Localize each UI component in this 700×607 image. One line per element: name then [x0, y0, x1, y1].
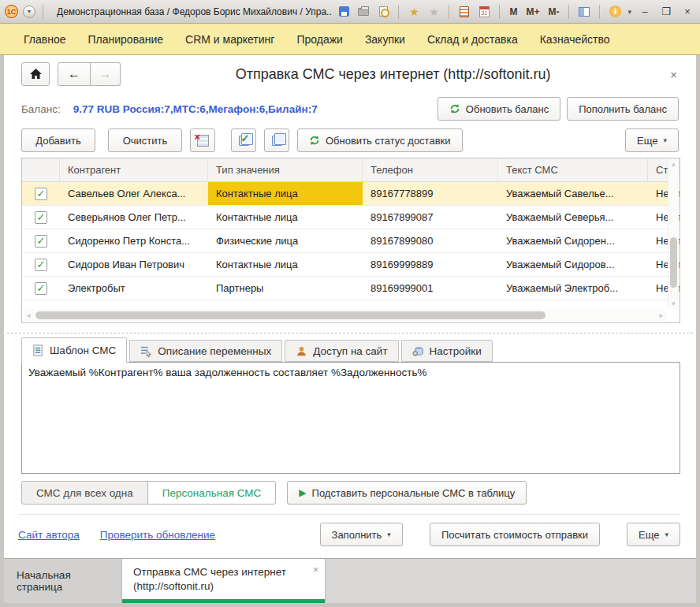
close-window-button[interactable]: ×: [680, 6, 695, 17]
info-caret-icon[interactable]: ▾: [627, 8, 631, 16]
cell-sms-text[interactable]: Уважаемый Сидорен...: [498, 229, 648, 252]
menu-item-main[interactable]: Главное: [14, 28, 76, 50]
cell-phone[interactable]: 89169999889: [363, 253, 498, 276]
topup-balance-button[interactable]: Пополнить баланс: [567, 97, 679, 121]
menu-item-warehouse[interactable]: Склад и доставка: [418, 28, 527, 50]
scroll-up-icon[interactable]: ▲: [668, 161, 679, 168]
app-window: 1С ▾ Демонстрационная база / Федоров Бор…: [0, 0, 700, 607]
close-tab-icon[interactable]: ×: [313, 564, 318, 576]
sms-template-input[interactable]: Уважаемый %Контрагент% ваша задолженност…: [21, 362, 680, 474]
mode-one-for-all-button[interactable]: СМС для всех одна: [21, 481, 148, 505]
cell-phone[interactable]: 89167899087: [363, 206, 498, 229]
cell-contragent[interactable]: Электробыт: [60, 277, 208, 300]
menu-item-planning[interactable]: Планирование: [79, 28, 173, 50]
table-row[interactable]: ✓ Сидоренко Петр Конста... Физические ли…: [22, 229, 680, 253]
vertical-scrollbar[interactable]: ▲ ▼: [668, 159, 679, 309]
cell-sms-text[interactable]: Уважаемый Электроб...: [498, 277, 648, 300]
forward-button[interactable]: →: [91, 62, 121, 86]
fill-button[interactable]: Заполнить ▾: [320, 523, 403, 546]
author-site-link[interactable]: Сайт автора: [18, 529, 80, 541]
split-window-icon[interactable]: [577, 5, 591, 19]
cell-contragent[interactable]: Савельев Олег Алекса...: [60, 182, 208, 205]
close-form-icon[interactable]: ×: [665, 66, 682, 83]
cell-value-type[interactable]: Контактные лица: [208, 253, 363, 276]
delete-row-button[interactable]: [190, 128, 215, 152]
scroll-left-icon[interactable]: ◄: [23, 312, 34, 319]
table-row[interactable]: ✓ Савельев Олег Алекса... Контактные лиц…: [22, 182, 680, 206]
mode-personal-button[interactable]: Персональная СМС: [148, 481, 277, 505]
scroll-right-icon[interactable]: ►: [656, 312, 667, 319]
refresh-delivery-status-button[interactable]: Обновить статус доставки: [297, 128, 463, 152]
maximize-button[interactable]: ❒: [658, 6, 674, 17]
calculator-icon[interactable]: [457, 5, 471, 19]
header-phone[interactable]: Телефон: [363, 158, 498, 181]
save-icon[interactable]: [337, 5, 351, 19]
row-checkbox[interactable]: ✓: [35, 282, 47, 295]
add-button[interactable]: Добавить: [21, 128, 95, 152]
row-checkbox[interactable]: ✓: [35, 235, 47, 248]
cell-sms-text[interactable]: Уважаемый Сидоров...: [498, 253, 648, 276]
sms-table: Контрагент Тип значения Телефон Текст СМ…: [21, 158, 680, 323]
home-button[interactable]: [21, 62, 50, 86]
check-all-button[interactable]: [231, 128, 256, 152]
tab-sms-window[interactable]: Отправка СМС через интернет (http://soft…: [122, 559, 326, 603]
header-value-type[interactable]: Тип значения: [208, 158, 363, 181]
horizontal-scroll-thumb[interactable]: [35, 311, 545, 319]
cell-value-type[interactable]: Контактные лица: [208, 206, 363, 229]
memory-minus-button[interactable]: M-: [546, 6, 560, 17]
print-preview-icon[interactable]: [376, 5, 390, 19]
table-row[interactable]: ✓ Электробыт Партнеры 89169999001 Уважае…: [22, 277, 680, 300]
favorites-icon[interactable]: ★: [426, 5, 441, 19]
cell-phone[interactable]: 89167899080: [363, 229, 498, 252]
menu-item-sales[interactable]: Продажи: [287, 28, 352, 50]
more-button-top[interactable]: Еще ▾: [625, 128, 679, 152]
tab-sms-template[interactable]: Шаблон СМС: [21, 337, 127, 363]
refresh-balance-button[interactable]: Обновить баланс: [438, 97, 560, 121]
calc-cost-button[interactable]: Посчитать стоимость отправки: [430, 523, 600, 546]
cell-value-type-active[interactable]: Контактные лица: [208, 182, 363, 205]
cell-contragent[interactable]: Сидоренко Петр Конста...: [60, 229, 208, 252]
back-button[interactable]: ←: [58, 62, 91, 86]
info-icon[interactable]: i: [608, 5, 622, 19]
menu-item-purchases[interactable]: Закупки: [356, 28, 415, 50]
cell-contragent[interactable]: Северьянов Олег Петр...: [60, 206, 208, 229]
memory-plus-button[interactable]: M+: [524, 6, 541, 17]
scroll-down-icon[interactable]: ▼: [668, 300, 679, 307]
window-menu-button[interactable]: ▾: [23, 6, 35, 18]
cell-contragent[interactable]: Сидоров Иван Петрович: [60, 253, 208, 276]
cell-sms-text[interactable]: Уважаемый Северья...: [498, 206, 648, 229]
clear-button[interactable]: Очистить: [108, 128, 182, 152]
tab-label: Настройки: [430, 345, 482, 357]
header-contragent[interactable]: Контрагент: [60, 158, 208, 181]
cell-value-type[interactable]: Физические лица: [208, 229, 363, 252]
memory-button[interactable]: M: [508, 6, 519, 17]
print-icon[interactable]: [356, 5, 370, 19]
check-update-link[interactable]: Проверить обновление: [100, 529, 215, 541]
menu-item-treasury[interactable]: Казначейство: [531, 28, 620, 50]
horizontal-scrollbar[interactable]: ◄ ►: [23, 309, 667, 322]
row-checkbox[interactable]: ✓: [35, 188, 47, 200]
check-icon: ✓: [37, 188, 46, 199]
substitute-personal-sms-button[interactable]: ▶ Подставить персональные СМС в таблицу: [287, 481, 527, 505]
tab-settings[interactable]: Настройки: [401, 340, 493, 362]
uncheck-all-button[interactable]: [264, 128, 289, 152]
tab-site-access[interactable]: Доступ на сайт: [285, 340, 398, 362]
calendar-icon[interactable]: 31: [477, 5, 491, 19]
add-favorite-icon[interactable]: ★: [407, 5, 421, 19]
cell-phone[interactable]: 89169999001: [363, 277, 498, 300]
row-checkbox[interactable]: ✓: [35, 259, 47, 271]
cell-sms-text[interactable]: Уважаемый Савелье...: [498, 182, 648, 205]
vertical-scroll-thumb[interactable]: [670, 237, 677, 289]
tab-variables-description[interactable]: Описание переменных: [129, 340, 282, 362]
header-sms-text[interactable]: Текст СМС: [498, 158, 648, 181]
cell-phone[interactable]: 89167778899: [363, 182, 498, 205]
table-row[interactable]: ✓ Сидоров Иван Петрович Контактные лица …: [22, 253, 680, 277]
minimize-button[interactable]: –: [637, 6, 653, 17]
tab-start-page[interactable]: Начальная страница: [4, 559, 122, 603]
header-checkbox-column[interactable]: [22, 158, 60, 181]
menu-item-crm[interactable]: CRM и маркетинг: [176, 28, 284, 50]
more-button-bottom[interactable]: Еще ▾: [627, 523, 680, 546]
table-row[interactable]: ✓ Северьянов Олег Петр... Контактные лиц…: [22, 206, 680, 229]
cell-value-type[interactable]: Партнеры: [208, 277, 363, 300]
row-checkbox[interactable]: ✓: [35, 211, 47, 224]
